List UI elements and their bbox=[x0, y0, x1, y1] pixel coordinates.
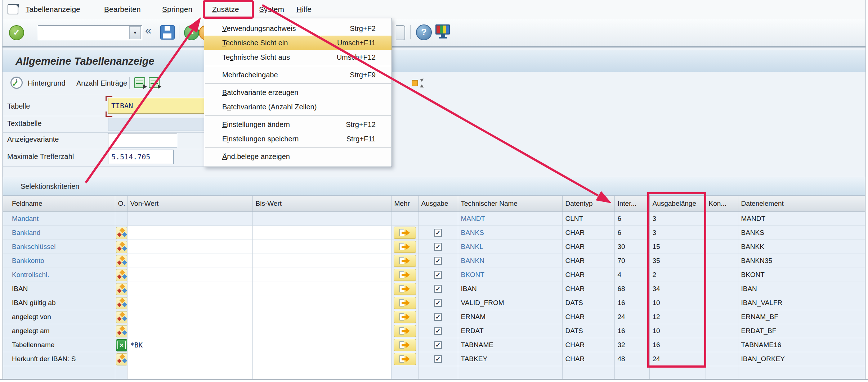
cell-ausgabe: ✓ bbox=[418, 254, 458, 268]
cell-bis-wert[interactable] bbox=[252, 310, 391, 324]
cell-von-wert[interactable] bbox=[127, 366, 252, 380]
cell-bis-wert[interactable] bbox=[252, 366, 391, 380]
criteria-row-mandant: MandantMANDTCLNT63MANDT bbox=[3, 212, 865, 226]
menu-item-batchvariante-erzeugen[interactable]: Batchvariante erzeugen bbox=[204, 85, 392, 100]
cell-bis-wert[interactable] bbox=[252, 338, 391, 352]
cell-ausgabelaenge: 10 bbox=[649, 324, 706, 338]
save-disk-icon[interactable] bbox=[160, 25, 175, 40]
enter-check-icon[interactable] bbox=[9, 25, 24, 40]
display-variant-input[interactable] bbox=[108, 133, 177, 147]
selection-options-button[interactable] bbox=[116, 241, 127, 253]
multiple-selection-button[interactable] bbox=[394, 241, 416, 253]
execute-clock-icon[interactable] bbox=[10, 77, 23, 89]
background-button[interactable]: Hintergrund bbox=[28, 72, 66, 94]
column-header-inter: Inter... bbox=[614, 196, 649, 212]
number-of-entries-button[interactable]: Anzahl Einträge bbox=[76, 72, 127, 94]
back-chevron-icon[interactable] bbox=[184, 25, 199, 40]
transaction-window-icon[interactable] bbox=[8, 4, 18, 14]
menu-item-mehrfacheingabe[interactable]: MehrfacheingabeStrg+F9 bbox=[204, 68, 392, 82]
multiple-selection-button[interactable] bbox=[394, 353, 416, 365]
menu-item-änd-belege-anzeigen[interactable]: Änd.belege anzeigen bbox=[204, 149, 392, 164]
cell-bis-wert[interactable] bbox=[252, 268, 391, 282]
output-checkbox[interactable]: ✓ bbox=[434, 285, 442, 293]
output-checkbox[interactable]: ✓ bbox=[434, 355, 442, 363]
cell-bis-wert[interactable] bbox=[252, 254, 391, 268]
menu-item-einstellungen-speichern[interactable]: Einstellungen speichernStrg+F11 bbox=[204, 132, 392, 146]
exclude-pattern-button[interactable]: × bbox=[116, 339, 127, 351]
menu-item-einstellungen-ändern[interactable]: Einstellungen ändernStrg+F12 bbox=[204, 117, 392, 132]
diamond-icon bbox=[117, 359, 122, 363]
cell-von-wert[interactable] bbox=[127, 296, 252, 310]
cell-interne-laenge: 6 bbox=[614, 226, 649, 240]
table-choose-icon[interactable] bbox=[134, 77, 145, 88]
cell-von-wert[interactable]: *BK bbox=[127, 338, 252, 352]
cell-von-wert[interactable] bbox=[127, 352, 252, 366]
multiple-selection-button[interactable] bbox=[394, 311, 416, 323]
menubar-item-springen[interactable]: Springen bbox=[162, 0, 192, 19]
multiple-selection-button[interactable] bbox=[394, 325, 416, 337]
column-header-mehr: Mehr bbox=[391, 196, 418, 212]
multiple-selection-button[interactable] bbox=[394, 255, 416, 267]
cell-von-wert[interactable] bbox=[127, 254, 252, 268]
output-checkbox[interactable]: ✓ bbox=[434, 313, 442, 321]
partial-toolbar-icon[interactable] bbox=[396, 25, 405, 40]
cell-selection-option bbox=[115, 352, 127, 366]
output-checkbox[interactable]: ✓ bbox=[434, 243, 442, 251]
arrow-bar-icon bbox=[402, 246, 406, 248]
max-hits-input[interactable] bbox=[108, 150, 174, 164]
output-checkbox[interactable]: ✓ bbox=[434, 257, 442, 265]
cell-von-wert[interactable] bbox=[127, 268, 252, 282]
cell-bis-wert[interactable] bbox=[252, 324, 391, 338]
cell-feldname: angelegt von bbox=[3, 310, 115, 324]
menubar-item-tabellenanzeige[interactable]: Tabellenanzeige bbox=[26, 0, 80, 19]
menubar-item-bearbeiten[interactable]: Bearbeiten bbox=[104, 0, 141, 19]
cell-bis-wert[interactable] bbox=[252, 226, 391, 240]
cell-technischer-name: TABNAME bbox=[458, 338, 562, 352]
multiple-selection-button[interactable] bbox=[394, 339, 416, 351]
collapse-chevron-icon[interactable] bbox=[145, 24, 152, 37]
new-session-monitor-icon[interactable] bbox=[435, 24, 451, 40]
menu-item-technische-sicht-ein[interactable]: Technische Sicht einUmsch+F11 bbox=[204, 36, 392, 50]
multiple-selection-button[interactable] bbox=[394, 269, 416, 281]
menu-item-label: Technische Sicht ein bbox=[222, 36, 288, 50]
cell-bis-wert[interactable] bbox=[252, 352, 391, 366]
output-checkbox[interactable]: ✓ bbox=[434, 229, 442, 237]
cell-von-wert[interactable] bbox=[127, 240, 252, 254]
field-label: Mandant bbox=[12, 215, 39, 222]
cell-bis-wert[interactable] bbox=[252, 296, 391, 310]
selection-options-button[interactable] bbox=[116, 283, 127, 295]
selection-options-button[interactable] bbox=[116, 311, 127, 323]
menu-item-label: Technische Sicht aus bbox=[222, 50, 290, 64]
output-checkbox[interactable]: ✓ bbox=[434, 327, 442, 335]
selection-options-button[interactable] bbox=[116, 297, 127, 309]
menu-item-technische-sicht-aus[interactable]: Technische Sicht ausUmsch+F12 bbox=[204, 50, 392, 64]
menu-item-batchvariante-anzahl-zeilen[interactable]: Batchvariante (Anzahl Zeilen) bbox=[204, 100, 392, 114]
selection-options-button[interactable] bbox=[116, 269, 127, 281]
output-checkbox[interactable]: ✓ bbox=[434, 299, 442, 307]
graphic-export-icon[interactable] bbox=[411, 77, 424, 90]
menubar-item-hilfe[interactable]: Hilfe bbox=[296, 0, 312, 19]
multiple-selection-button[interactable] bbox=[394, 297, 416, 309]
selection-options-button[interactable] bbox=[116, 353, 127, 365]
cell-von-wert[interactable] bbox=[127, 324, 252, 338]
multiple-selection-button[interactable] bbox=[394, 227, 416, 239]
menubar-item-system[interactable]: System bbox=[259, 0, 284, 19]
cell-bis-wert[interactable] bbox=[252, 282, 391, 296]
command-field[interactable] bbox=[38, 25, 142, 40]
selection-options-button[interactable] bbox=[116, 255, 127, 267]
table-choose-alt-icon[interactable] bbox=[149, 77, 160, 88]
multiple-selection-button[interactable] bbox=[394, 283, 416, 295]
cell-von-wert[interactable] bbox=[127, 226, 252, 240]
cell-von-wert[interactable] bbox=[127, 282, 252, 296]
selection-options-button[interactable] bbox=[116, 227, 127, 239]
output-checkbox[interactable]: ✓ bbox=[434, 271, 442, 279]
output-checkbox[interactable]: ✓ bbox=[434, 341, 442, 349]
command-dropdown-icon[interactable] bbox=[129, 26, 141, 39]
cell-bis-wert[interactable] bbox=[252, 240, 391, 254]
selection-options-button[interactable] bbox=[116, 325, 127, 337]
cell-konvertierung bbox=[706, 240, 738, 254]
help-icon[interactable] bbox=[416, 24, 432, 40]
menu-item-verwendungsnachweis[interactable]: VerwendungsnachweisStrg+F2 bbox=[204, 21, 392, 36]
cell-von-wert[interactable] bbox=[127, 310, 252, 324]
menubar-item-zusätze[interactable]: Zusätze bbox=[212, 0, 239, 19]
